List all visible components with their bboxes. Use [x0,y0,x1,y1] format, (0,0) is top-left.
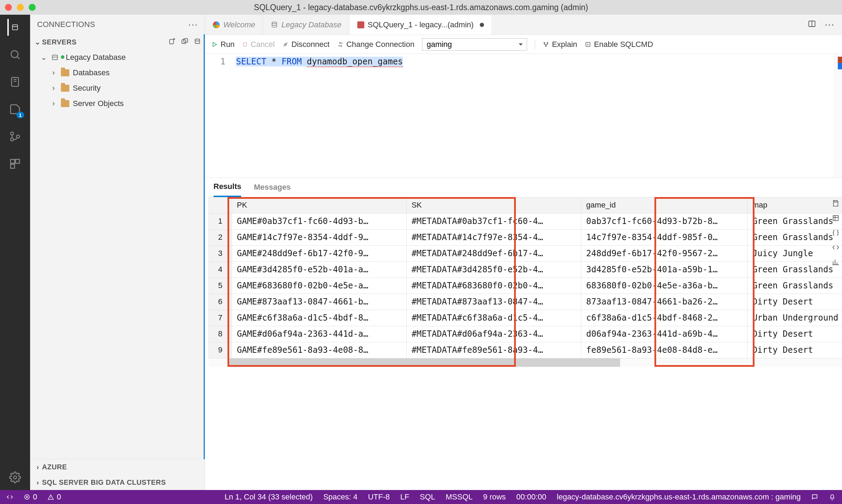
status-cursor-position[interactable]: Ln 1, Col 34 (33 selected) [225,492,313,502]
status-warnings[interactable]: 0 [48,492,61,502]
cell-sk[interactable]: #METADATA#c6f38a6a-d1c5-4… [406,310,581,326]
cell-sk[interactable]: #METADATA#248dd9ef-6b17-4… [406,245,581,261]
cell-game-id[interactable]: c6f38a6a-d1c5-4bdf-8468-2… [581,310,748,326]
chart-icon[interactable] [831,257,841,267]
cell-sk[interactable]: #METADATA#683680f0-02b0-4… [406,278,581,294]
row-number[interactable]: 6 [209,294,232,310]
cell-pk[interactable]: GAME#d06af94a-2363-441d-a… [232,326,406,342]
table-row[interactable]: 7 GAME#c6f38a6a-d1c5-4bdf-8… #METADATA#c… [209,310,842,326]
cell-map[interactable]: Dirty Desert [747,326,842,342]
row-number[interactable]: 4 [209,261,232,278]
table-row[interactable]: 4 GAME#3d4285f0-e52b-401a-a… #METADATA#3… [209,261,842,278]
status-time[interactable]: 00:00:00 [516,492,546,502]
cell-map[interactable]: Green Grasslands [747,229,842,245]
collapse-icon[interactable] [194,37,201,47]
cell-map[interactable]: Green Grasslands [747,213,842,229]
sidebar-more-icon[interactable]: ⋯ [188,19,198,30]
status-errors[interactable]: 0 [24,492,37,502]
folder-server-objects[interactable]: › Server Objects [32,96,205,111]
table-row[interactable]: 5 GAME#683680f0-02b0-4e5e-a… #METADATA#6… [209,278,842,294]
cell-sk[interactable]: #METADATA#d06af94a-2363-4… [406,326,581,342]
cell-pk[interactable]: GAME#683680f0-02b0-4e5e-a… [232,278,406,294]
cell-sk[interactable]: #METADATA#14c7f97e-8354-4… [406,229,581,245]
cell-sk[interactable]: #METADATA#0ab37cf1-fc60-4… [406,213,581,229]
activity-connections-icon[interactable] [7,20,23,35]
tab-sqlquery[interactable]: SQLQuery_1 - legacy...(admin) [350,15,492,35]
tab-results[interactable]: Results [213,178,241,197]
servers-section-header[interactable]: ⌄ SERVERS [30,34,205,50]
run-button[interactable]: Run [211,40,234,49]
status-rows[interactable]: 9 rows [483,492,506,502]
cell-pk[interactable]: GAME#873aaf13-0847-4661-b… [232,294,406,310]
status-provider[interactable]: MSSQL [446,492,473,502]
table-row[interactable]: 3 GAME#248dd9ef-6b17-42f0-9… #METADATA#2… [209,245,842,261]
cell-map[interactable]: Urban Underground [747,310,842,326]
status-remote-icon[interactable] [6,493,13,500]
window-close-dot[interactable] [5,4,12,11]
activity-settings-icon[interactable] [7,470,23,485]
new-connection-icon[interactable] [168,37,176,47]
row-number[interactable]: 5 [209,278,232,294]
cell-pk[interactable]: GAME#14c7f97e-8354-4ddf-9… [232,229,406,245]
cell-pk[interactable]: GAME#0ab37cf1-fc60-4d93-b… [232,213,406,229]
sqlcmd-button[interactable]: Enable SQLCMD [585,40,653,49]
explain-button[interactable]: Explain [543,40,577,49]
table-row[interactable]: 1 GAME#0ab37cf1-fc60-4d93-b… #METADATA#0… [209,213,842,229]
status-language[interactable]: SQL [420,492,435,502]
results-grid[interactable]: PK SK game_id map create_ 1 GAME#0ab37cf… [209,197,842,358]
status-indent[interactable]: Spaces: 4 [323,492,358,502]
row-number[interactable]: 2 [209,229,232,245]
cell-game-id[interactable]: 248dd9ef-6b17-42f0-9567-2… [581,245,748,261]
status-eol[interactable]: LF [400,492,409,502]
cell-map[interactable]: Dirty Desert [747,342,842,358]
folder-security[interactable]: › Security [32,80,205,96]
column-pk[interactable]: PK [232,197,406,213]
horizontal-scrollbar[interactable] [209,358,842,367]
row-number[interactable]: 7 [209,310,232,326]
cell-map[interactable]: Green Grasslands [747,261,842,278]
tab-legacy-database[interactable]: Legacy Database [263,15,349,35]
cell-sk[interactable]: #METADATA#873aaf13-0847-4… [406,294,581,310]
cell-game-id[interactable]: 873aaf13-0847-4661-ba26-2… [581,294,748,310]
overview-ruler[interactable] [834,54,842,177]
table-row[interactable]: 6 GAME#873aaf13-0847-4661-b… #METADATA#8… [209,294,842,310]
cell-game-id[interactable]: 14c7f97e-8354-4ddf-985f-0… [581,229,748,245]
cell-pk[interactable]: GAME#c6f38a6a-d1c5-4bdf-8… [232,310,406,326]
cell-game-id[interactable]: 0ab37cf1-fc60-4d93-b72b-8… [581,213,748,229]
editor-more-icon[interactable]: ⋯ [825,19,834,30]
save-xml-icon[interactable] [831,243,841,252]
cell-pk[interactable]: GAME#3d4285f0-e52b-401a-a… [232,261,406,278]
table-row[interactable]: 2 GAME#14c7f97e-8354-4ddf-9… #METADATA#1… [209,229,842,245]
cell-sk[interactable]: #METADATA#3d4285f0-e52b-4… [406,261,581,278]
accordion-azure[interactable]: ›AZURE [30,459,205,475]
save-excel-icon[interactable] [831,213,841,223]
database-select[interactable]: gaming [422,38,527,51]
activity-notebook-icon[interactable] [7,74,23,90]
activity-search-icon[interactable] [7,47,23,62]
row-number[interactable]: 8 [209,326,232,342]
server-node-legacy-database[interactable]: ⌄ Legacy Database [32,50,205,65]
cell-map[interactable]: Dirty Desert [747,294,842,310]
cell-pk[interactable]: GAME#248dd9ef-6b17-42f0-9… [232,245,406,261]
row-number[interactable]: 1 [209,213,232,229]
cell-game-id[interactable]: 3d4285f0-e52b-401a-a59b-1… [581,261,748,278]
folder-databases[interactable]: › Databases [32,65,205,80]
table-row[interactable]: 8 GAME#d06af94a-2363-441d-a… #METADATA#d… [209,326,842,342]
table-row[interactable]: 9 GAME#fe89e561-8a93-4e08-8… #METADATA#f… [209,342,842,358]
cell-map[interactable]: Juicy Jungle [747,245,842,261]
cell-pk[interactable]: GAME#fe89e561-8a93-4e08-8… [232,342,406,358]
cell-game-id[interactable]: 683680f0-02b0-4e5e-a36a-b… [581,278,748,294]
status-encoding[interactable]: UTF-8 [368,492,390,502]
column-sk[interactable]: SK [406,197,581,213]
cell-sk[interactable]: #METADATA#fe89e561-8a93-4… [406,342,581,358]
scrollbar-thumb[interactable] [227,358,620,367]
accordion-bigdata[interactable]: ›SQL SERVER BIG DATA CLUSTERS [30,475,205,490]
row-number[interactable]: 9 [209,342,232,358]
status-bell-icon[interactable] [829,493,836,500]
cell-game-id[interactable]: d06af94a-2363-441d-a69b-4… [581,326,748,342]
column-map[interactable]: map [747,197,842,213]
change-connection-button[interactable]: Change Connection [337,40,414,49]
split-editor-icon[interactable] [808,20,816,30]
column-game-id[interactable]: game_id [581,197,748,213]
save-csv-icon[interactable] [831,198,841,208]
